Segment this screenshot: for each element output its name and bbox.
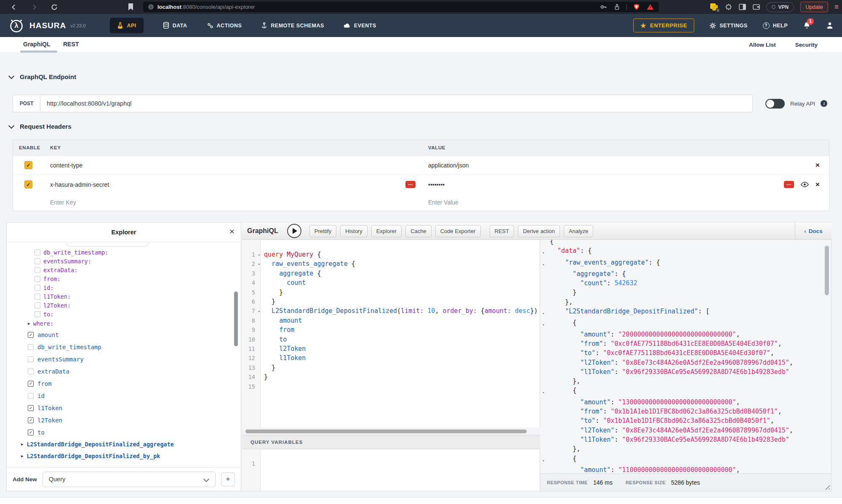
code-line[interactable]: 7▾ L2StandardBridge_DepositFinalized(lim… [242,306,540,316]
checkbox-icon[interactable] [28,393,34,399]
request-headers-section-header[interactable]: Request Headers [9,123,72,130]
explorer-field[interactable]: ✓to [7,426,241,438]
code-line[interactable]: 10 to [242,335,540,344]
header-enable-checkbox[interactable]: ✓ [24,180,32,188]
checkbox-icon[interactable]: ✓ [28,332,34,338]
extension-icon[interactable] [725,3,732,11]
query-variables-editor[interactable]: 1 [242,449,540,491]
admin-secret-badge-icon[interactable]: ••• [405,181,416,188]
add-new-select[interactable]: Query [43,472,216,487]
graphql-endpoint-url[interactable]: http://localhost:8080/v1/graphql [40,95,752,112]
code-line[interactable]: 4 count [242,278,540,287]
menu-icon[interactable]: ≡ [834,3,839,11]
fold-arrow-icon[interactable]: ▾ [542,258,550,269]
key-input[interactable]: Enter Key [50,199,76,206]
endpoint-input[interactable]: POST http://localhost:8080/v1/graphql [13,95,753,112]
explorer-field[interactable]: ✓from [7,377,241,390]
code-line[interactable]: 6 } [242,297,540,306]
header-enable-checkbox[interactable]: ✓ [24,161,32,169]
code-line[interactable]: 9 from [242,325,540,334]
explorer-arg-field[interactable]: extraData: [7,265,241,274]
checkbox-icon[interactable] [35,249,40,255]
checkbox-icon[interactable] [35,285,40,291]
explorer-arg-field[interactable]: db_write_timestamp: [7,248,241,257]
share-icon[interactable] [613,3,621,11]
notifications-button[interactable]: 1 [803,21,811,30]
explorer-field[interactable]: db_write_timestamp [7,341,241,353]
url-bar[interactable]: i localhost :8080/console/api/api-explor… [143,2,659,12]
remove-header-icon[interactable]: × [815,162,820,169]
checkbox-icon[interactable]: ✓ [28,417,34,423]
forward-icon[interactable] [30,3,38,11]
header-key-value[interactable]: content-type [50,162,83,169]
toolbar-button-code-exporter[interactable]: Code Exporter [435,225,481,237]
checkbox-icon[interactable] [28,344,34,350]
nav-item-actions[interactable]: ACTIONS [207,22,242,29]
back-icon[interactable] [10,3,18,11]
explorer-field[interactable]: ✓l2Token [7,414,241,426]
code-line[interactable]: 13 } [242,363,540,372]
resize-handle-icon[interactable] [824,484,830,490]
explorer-field[interactable]: id [7,390,241,402]
explorer-scrollbar[interactable] [234,292,238,346]
fold-arrow-icon[interactable]: ▾ [542,386,550,397]
add-operation-button[interactable]: + [221,472,235,486]
editor-horizontal-scrollbar[interactable] [245,430,527,433]
docs-button[interactable]: ‹ Docs [795,223,831,239]
checkbox-icon[interactable] [35,258,40,264]
toolbar-button-analyze[interactable]: Analyze [564,225,593,237]
security-link[interactable]: Security [795,42,818,48]
checkbox-icon[interactable]: ✓ [28,405,34,411]
explorer-field[interactable]: ✓l1Token [7,402,241,414]
bookmark-icon[interactable] [128,3,134,11]
checkbox-icon[interactable] [35,302,40,308]
checkbox-icon[interactable] [35,276,40,282]
response-panel[interactable]: {▾ "data": {▾ "raw_events_aggregate": { … [540,240,831,473]
nav-item-api[interactable]: API [110,18,143,33]
explorer-collapsed-field[interactable]: ▶L2StandardBridge_DepositFinalized_by_pk [7,450,241,462]
info-icon[interactable]: i [821,100,827,107]
user-avatar[interactable] [826,21,834,29]
fold-arrow-icon[interactable]: ▾ [258,250,260,260]
explorer-field-tree[interactable]: db_write_timestamp:eventsSummary:extraDa… [7,242,241,467]
explorer-field[interactable]: ✓amount [7,329,241,341]
nav-item-remote-schemas[interactable]: REMOTE SCHEMAS [261,22,324,29]
brave-shield-icon[interactable] [633,3,640,11]
remove-header-icon[interactable]: × [815,181,820,188]
wallet-icon[interactable] [752,3,760,11]
explorer-arg-field[interactable]: eventsSummary: [7,257,241,265]
response-scrollbar[interactable] [825,246,829,295]
code-line[interactable]: 5 } [242,288,540,297]
code-line[interactable]: 14} [242,372,540,382]
warning-triangle-icon[interactable] [646,3,654,11]
header-value-value[interactable]: application/json [428,162,469,169]
explorer-arg-field[interactable]: l2Token: [7,301,241,310]
relay-api-toggle[interactable] [765,99,785,109]
header-key-value[interactable]: x-hasura-admin-secret [50,181,109,188]
key-icon[interactable] [600,3,607,11]
header-value-value[interactable]: •••••••• [428,181,445,188]
value-input[interactable]: Enter Value [428,199,458,206]
toolbar-button-rest[interactable]: REST [490,225,514,237]
explorer-field[interactable]: extraData [7,365,241,377]
checkbox-icon[interactable]: ✓ [28,381,34,387]
explorer-arg-field[interactable]: from: [7,274,241,283]
admin-secret-badge-icon[interactable]: ••• [784,181,794,188]
checkbox-icon[interactable] [28,356,34,362]
explorer-arg-field[interactable]: id: [7,283,241,292]
update-button[interactable]: Update [800,2,828,12]
graphql-endpoint-section-header[interactable]: GraphQL Endpoint [9,73,76,80]
toolbar-button-explorer[interactable]: Explorer [371,225,402,237]
tab-graphiql[interactable]: GraphiQL [23,41,51,48]
checkbox-icon[interactable]: ✓ [28,430,34,435]
help-button[interactable]: ? HELP [763,22,788,29]
settings-button[interactable]: SETTINGS [709,22,748,29]
explorer-where-field[interactable]: ▶where: [7,318,241,329]
fold-arrow-icon[interactable]: ▾ [542,246,550,257]
toolbar-button-history[interactable]: History [340,225,367,237]
notes-extension-icon[interactable]: 1 [710,3,718,11]
explorer-arg-field[interactable]: l1Token: [7,292,241,301]
nav-item-events[interactable]: EVENTS [344,23,376,29]
checkbox-icon[interactable] [35,311,40,317]
code-line[interactable]: 11 l2Token [242,344,540,353]
